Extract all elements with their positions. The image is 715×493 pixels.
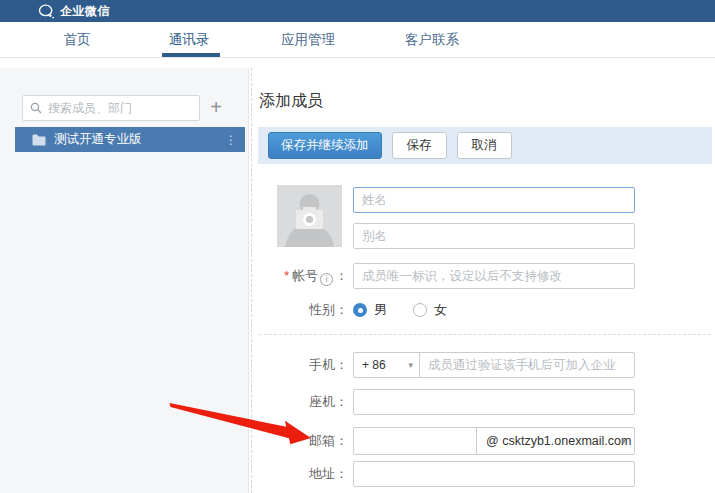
alias-input[interactable] [353,223,635,249]
mobile-input[interactable] [419,352,635,378]
save-button[interactable]: 保存 [392,132,447,159]
address-label: 地址： [253,461,348,487]
gender-label: 性别： [253,297,348,323]
account-label: *帐号i： [253,263,348,289]
search-input[interactable] [48,101,192,115]
name-row [253,187,715,213]
tab-app-management[interactable]: 应用管理 [281,22,335,57]
account-row: *帐号i： [253,263,715,289]
page-title: 添加成员 [259,91,323,112]
account-input[interactable] [353,263,635,289]
active-tab-indicator [162,53,220,57]
search-icon [30,102,42,114]
cancel-button[interactable]: 取消 [457,132,512,159]
mobile-label: 手机： [253,352,348,378]
search-box[interactable] [22,95,200,121]
landline-input[interactable] [353,389,635,415]
add-member-panel: 添加成员 保存并继续添加 保存 取消 *帐号i： [253,58,715,493]
tab-home[interactable]: 首页 [64,22,91,57]
landline-label: 座机： [253,389,348,415]
landline-row: 座机： [253,389,715,415]
email-label: 邮箱： [253,427,348,455]
primary-nav: 首页 通讯录 应用管理 客户联系 [0,22,715,58]
gender-female-radio[interactable] [413,303,427,317]
wechat-work-logo-icon [38,4,55,19]
mobile-row: 手机： + 86 ▾ [253,352,715,378]
form-toolbar: 保存并继续添加 保存 取消 [258,127,712,164]
panel-divider [251,68,252,493]
app-title: 企业微信 [60,3,110,20]
gender-female-label[interactable]: 女 [434,301,447,319]
section-divider [259,334,711,335]
country-code-value: + 86 [362,358,408,372]
address-input[interactable] [353,461,635,487]
info-icon[interactable]: i [320,273,333,286]
gender-male-label[interactable]: 男 [374,301,387,319]
chevron-down-icon: ▾ [408,360,413,370]
gender-male-radio[interactable] [353,303,367,317]
enterprise-wechat-admin: 企业微信 首页 通讯录 应用管理 客户联系 + 测试开通专业版 ⋮ 添加成员 [0,0,715,493]
save-and-continue-button[interactable]: 保存并继续添加 [268,132,382,159]
department-item-selected[interactable]: 测试开通专业版 ⋮ [15,127,245,152]
tab-customer-contact[interactable]: 客户联系 [405,22,459,57]
required-mark: * [284,268,289,283]
department-more-icon[interactable]: ⋮ [223,133,239,147]
country-code-select[interactable]: + 86 ▾ [353,352,420,378]
folder-icon [32,134,46,146]
chevron-down-icon: ▾ [621,428,626,454]
email-domain-select[interactable]: @ csktzyb1.onexmail.com [486,428,631,454]
add-member-button[interactable]: + [205,95,227,121]
address-row: 地址： [253,461,715,487]
gender-radio-group: 男 女 [353,297,473,323]
alias-row [253,223,715,249]
name-input[interactable] [353,187,635,213]
tab-contacts[interactable]: 通讯录 [169,22,210,57]
gender-row: 性别： 男 女 [253,297,715,323]
email-local-input[interactable] [353,427,477,455]
top-app-bar: 企业微信 [0,0,715,22]
department-label: 测试开通专业版 [54,131,223,148]
email-row: 邮箱： @ csktzyb1.onexmail.com ▾ [253,427,715,455]
contacts-sidebar: + 测试开通专业版 ⋮ [0,68,249,493]
email-field-group: @ csktzyb1.onexmail.com ▾ [353,427,635,455]
